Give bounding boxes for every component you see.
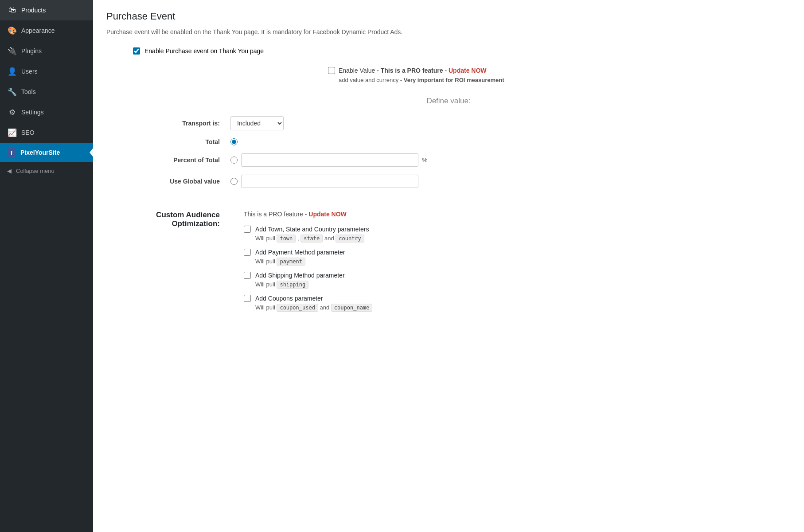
cao-sub-shipping: Will pull shipping: [255, 281, 791, 288]
cao-checkbox-coupons[interactable]: [244, 295, 251, 302]
sidebar-item-products[interactable]: 🛍 Products: [0, 0, 93, 20]
cao-label-coupons: Add Coupons parameter: [255, 295, 323, 302]
cao-sub-prefix-town: Will pull: [255, 235, 277, 242]
cao-checkbox-payment[interactable]: [244, 249, 251, 256]
sidebar-item-plugins[interactable]: 🔌 Plugins: [0, 41, 93, 61]
percent-row: Percent of Total %: [106, 153, 791, 167]
tag-coupon-name: coupon_name: [331, 304, 372, 312]
global-input[interactable]: [241, 175, 418, 188]
transport-select[interactable]: Included Excluded: [230, 116, 284, 130]
tag-state: state: [301, 235, 323, 243]
pro-sub-prefix: add value and currency -: [339, 77, 404, 83]
cao-pro-prefix: This is a PRO feature -: [244, 211, 308, 218]
collapse-menu[interactable]: ◀ Collapse menu: [0, 162, 93, 180]
sidebar-label-products: Products: [21, 7, 46, 14]
tag-country: country: [336, 235, 364, 243]
tag-town: town: [277, 235, 296, 243]
products-icon: 🛍: [7, 5, 17, 15]
cao-label-town: Add Town, State and Country parameters: [255, 226, 369, 233]
cao-sub-prefix-payment: Will pull: [255, 258, 277, 265]
sidebar-label-pixelyoursite: PixelYourSite: [20, 149, 60, 156]
percent-symbol: %: [422, 156, 427, 164]
cao-item-payment: Add Payment Method parameter Will pull p…: [244, 249, 791, 265]
cao-checkbox-town[interactable]: [244, 226, 251, 233]
cao-label-payment: Add Payment Method parameter: [255, 249, 345, 256]
and2: and: [320, 304, 331, 311]
page-title: Purchase Event: [106, 11, 791, 22]
tag-coupon-used: coupon_used: [277, 304, 318, 312]
define-value-title: Define value:: [106, 97, 791, 106]
percent-radio[interactable]: [230, 156, 238, 164]
cao-sub-prefix-coupons: Will pull: [255, 304, 277, 311]
transport-label: Transport is:: [133, 120, 230, 127]
update-now-link-1[interactable]: Update NOW: [449, 67, 487, 74]
cao-pro-line: This is a PRO feature - Update NOW: [244, 211, 791, 218]
cao-checkbox-shipping[interactable]: [244, 272, 251, 279]
sidebar-item-pixelyoursite[interactable]: f PixelYourSite: [0, 143, 93, 162]
global-control: [230, 175, 418, 188]
total-radio[interactable]: [230, 138, 238, 145]
seo-icon: 📈: [7, 128, 17, 137]
pro-sub-text: add value and currency - Very important …: [339, 77, 791, 83]
global-row: Use Global value: [106, 175, 791, 188]
total-row: Total: [106, 138, 791, 145]
pro-separator: -: [445, 67, 449, 74]
cao-content: This is a PRO feature - Update NOW Add T…: [244, 211, 791, 318]
cao-item-row-payment: Add Payment Method parameter: [244, 249, 791, 256]
sidebar-label-plugins: Plugins: [21, 47, 42, 55]
sidebar-item-appearance[interactable]: 🎨 Appearance: [0, 20, 93, 41]
enable-purchase-checkbox[interactable]: [133, 47, 140, 55]
enable-purchase-row: Enable Purchase event on Thank You page: [106, 47, 791, 55]
cao-item-row-shipping: Add Shipping Method parameter: [244, 272, 791, 279]
cao-label-shipping: Add Shipping Method parameter: [255, 272, 345, 279]
sidebar: 🛍 Products 🎨 Appearance 🔌 Plugins 👤 User…: [0, 0, 93, 532]
cao-sub-prefix-shipping: Will pull: [255, 281, 277, 288]
cao-sub-payment: Will pull payment: [255, 258, 791, 265]
global-label: Use Global value: [133, 178, 230, 185]
update-now-link-2[interactable]: Update NOW: [308, 211, 347, 218]
sidebar-label-seo: SEO: [21, 129, 35, 136]
sidebar-label-appearance: Appearance: [21, 27, 55, 34]
section-divider: [106, 197, 791, 197]
sidebar-item-users[interactable]: 👤 Users: [0, 61, 93, 82]
sidebar-item-tools[interactable]: 🔧 Tools: [0, 82, 93, 102]
sidebar-item-settings[interactable]: ⚙ Settings: [0, 102, 93, 122]
plugins-icon: 🔌: [7, 46, 17, 56]
percent-label: Percent of Total: [133, 156, 230, 164]
cao-title: Custom Audience Optimization:: [133, 211, 230, 318]
percent-input[interactable]: [241, 153, 418, 167]
cao-item-row-town: Add Town, State and Country parameters: [244, 226, 791, 233]
sidebar-item-seo[interactable]: 📈 SEO: [0, 122, 93, 143]
percent-control: %: [230, 153, 427, 167]
sidebar-label-tools: Tools: [21, 88, 36, 95]
tools-icon: 🔧: [7, 87, 17, 97]
tag-shipping: shipping: [277, 281, 308, 289]
transport-row: Transport is: Included Excluded: [106, 116, 791, 130]
enable-value-label: Enable Value - This is a PRO feature - U…: [339, 67, 487, 74]
description-text: Purchase event will be enabled on the Th…: [106, 27, 791, 37]
total-control: [230, 138, 238, 145]
define-value-section: Define value: Transport is: Included Exc…: [106, 97, 791, 188]
enable-purchase-label[interactable]: Enable Purchase event on Thank You page: [144, 47, 264, 55]
users-icon: 👤: [7, 66, 17, 76]
cao-sub-town: Will pull town , state and country: [255, 235, 791, 242]
cao-item-town: Add Town, State and Country parameters W…: [244, 226, 791, 242]
settings-icon: ⚙: [7, 107, 17, 117]
main-content: Purchase Event Purchase event will be en…: [93, 0, 804, 532]
total-label: Total: [133, 138, 230, 145]
pixelyoursite-icon: f: [7, 148, 16, 157]
collapse-icon: ◀: [7, 168, 12, 174]
global-radio[interactable]: [230, 178, 238, 185]
cao-item-coupons: Add Coupons parameter Will pull coupon_u…: [244, 295, 791, 311]
tag-payment: payment: [277, 258, 305, 266]
pro-sub-bold: Very important for ROI measurement: [404, 77, 504, 83]
sidebar-label-users: Users: [21, 68, 38, 75]
pro-feature-row: Enable Value - This is a PRO feature - U…: [328, 67, 791, 83]
enable-value-checkbox[interactable]: [328, 67, 335, 74]
pro-feature-text: This is a PRO feature: [381, 67, 443, 74]
pro-feature-line: Enable Value - This is a PRO feature - U…: [328, 67, 791, 74]
sidebar-label-settings: Settings: [21, 109, 44, 116]
and1: and: [324, 235, 336, 242]
transport-control: Included Excluded: [230, 116, 284, 130]
cao-section: Custom Audience Optimization: This is a …: [106, 211, 791, 318]
